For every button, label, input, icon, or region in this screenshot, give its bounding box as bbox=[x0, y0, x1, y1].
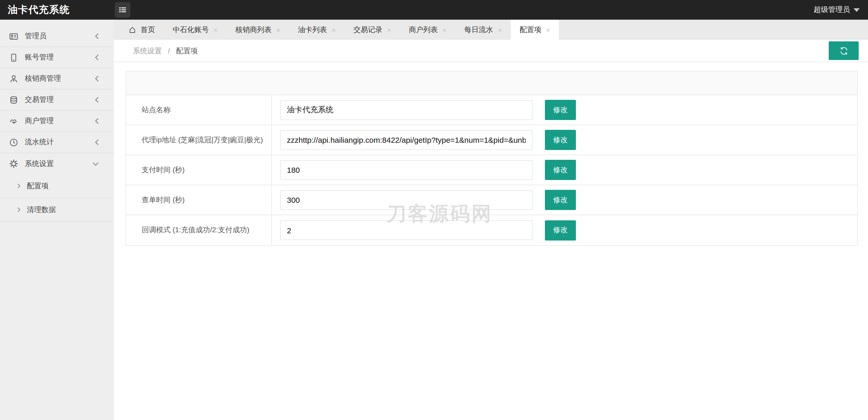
chevron-left-icon bbox=[95, 139, 99, 146]
home-icon bbox=[129, 26, 136, 33]
chevron-left-icon bbox=[95, 33, 99, 40]
close-icon[interactable]: × bbox=[498, 26, 502, 33]
sidebar-item-label: 账号管理 bbox=[25, 53, 54, 62]
sidebar-item-system-settings[interactable]: 系统设置 bbox=[0, 153, 114, 174]
config-row-site-name: 站点名称 修改 bbox=[126, 95, 857, 125]
sidebar-item-transactions[interactable]: 交易管理 bbox=[0, 89, 114, 111]
sidebar-item-statistics[interactable]: 流水统计 bbox=[0, 132, 114, 153]
tab-config-active[interactable]: 配置项 × bbox=[511, 20, 559, 40]
modify-button[interactable]: 修改 bbox=[545, 190, 576, 210]
sidebar-subitem-clean-data[interactable]: 清理数据 bbox=[0, 198, 114, 222]
chevron-left-icon bbox=[95, 117, 99, 125]
sidebar-subitem-label: 清理数据 bbox=[27, 205, 56, 214]
config-label: 支付时间 (秒) bbox=[126, 155, 272, 185]
chevron-down-icon bbox=[854, 8, 860, 12]
breadcrumb-separator: / bbox=[168, 47, 170, 55]
close-icon[interactable]: × bbox=[276, 26, 280, 33]
sidebar-item-label: 核销商管理 bbox=[25, 74, 61, 83]
sidebar-item-label: 管理员 bbox=[25, 32, 46, 41]
chevron-right-icon bbox=[17, 183, 21, 189]
modify-button[interactable]: 修改 bbox=[545, 130, 576, 150]
config-label: 查单时间 (秒) bbox=[126, 185, 272, 215]
close-icon[interactable]: × bbox=[387, 26, 391, 33]
config-row-query-time: 查单时间 (秒) 修改 bbox=[126, 185, 857, 215]
tab-label: 交易记录 bbox=[353, 25, 382, 34]
config-table-header-row bbox=[126, 71, 857, 95]
close-icon[interactable]: × bbox=[546, 26, 550, 33]
config-row-pay-time: 支付时间 (秒) 修改 bbox=[126, 155, 857, 185]
config-row-proxy-ip: 代理ip地址 (芝麻|流冠|万变|豌豆|极光) 修改 bbox=[126, 125, 857, 155]
tab-label: 核销商列表 bbox=[235, 25, 271, 34]
sidebar-item-label: 交易管理 bbox=[25, 95, 54, 104]
user-icon bbox=[9, 74, 18, 83]
chevron-left-icon bbox=[95, 75, 99, 82]
tab-verifier-list[interactable]: 核销商列表 × bbox=[226, 20, 289, 40]
mobile-icon bbox=[9, 53, 18, 62]
close-icon[interactable]: × bbox=[214, 26, 218, 33]
breadcrumb-bar: 系统设置 / 配置项 bbox=[114, 40, 868, 62]
tab-transaction-records[interactable]: 交易记录 × bbox=[345, 20, 400, 40]
top-header: 油卡代充系统 超级管理员 bbox=[0, 0, 868, 20]
tab-label: 首页 bbox=[141, 25, 155, 34]
sidebar-item-label: 流水统计 bbox=[25, 138, 54, 147]
id-card-icon bbox=[9, 32, 18, 40]
handshake-icon bbox=[9, 117, 18, 125]
chevron-left-icon bbox=[95, 54, 99, 61]
breadcrumb-current: 配置项 bbox=[176, 47, 198, 55]
refresh-icon bbox=[839, 46, 848, 56]
pay-time-input[interactable] bbox=[280, 160, 532, 180]
query-time-input[interactable] bbox=[280, 190, 532, 210]
tab-home[interactable]: 首页 bbox=[120, 20, 164, 40]
config-label: 站点名称 bbox=[126, 95, 272, 125]
modify-button[interactable]: 修改 bbox=[545, 100, 576, 120]
tab-oil-card-list[interactable]: 油卡列表 × bbox=[289, 20, 345, 40]
app-title: 油卡代充系统 bbox=[8, 0, 70, 20]
chevron-right-icon bbox=[17, 207, 21, 213]
site-name-input[interactable] bbox=[280, 100, 532, 120]
config-label: 回调模式 (1:充值成功/2:支付成功) bbox=[126, 215, 272, 245]
sidebar-item-admin[interactable]: 管理员 bbox=[0, 26, 114, 47]
user-name: 超级管理员 bbox=[814, 5, 850, 14]
tab-daily-flow[interactable]: 每日流水 × bbox=[456, 20, 511, 40]
proxy-ip-input[interactable] bbox=[280, 130, 532, 150]
sidebar: 管理员 账号管理 bbox=[0, 20, 114, 420]
tab-label: 商户列表 bbox=[409, 25, 438, 34]
gear-icon bbox=[9, 159, 18, 168]
breadcrumb: 系统设置 / 配置项 bbox=[133, 40, 198, 62]
modify-button[interactable]: 修改 bbox=[545, 220, 576, 240]
refresh-button[interactable] bbox=[829, 41, 859, 60]
sidebar-item-label: 商户管理 bbox=[25, 116, 54, 126]
close-icon[interactable]: × bbox=[442, 26, 447, 33]
tab-sinopec-accounts[interactable]: 中石化账号 × bbox=[164, 20, 226, 40]
list-menu-icon bbox=[118, 5, 127, 14]
config-label: 代理ip地址 (芝麻|流冠|万变|豌豆|极光) bbox=[126, 125, 272, 155]
user-menu[interactable]: 超级管理员 bbox=[814, 0, 860, 20]
close-icon[interactable]: × bbox=[332, 26, 336, 33]
chevron-left-icon bbox=[95, 96, 99, 103]
chevron-down-icon bbox=[92, 161, 99, 166]
tab-label: 中石化账号 bbox=[173, 25, 209, 34]
database-icon bbox=[9, 95, 18, 104]
modify-button[interactable]: 修改 bbox=[545, 160, 576, 180]
config-row-callback-mode: 回调模式 (1:充值成功/2:支付成功) 修改 bbox=[126, 215, 857, 245]
sidebar-item-verifiers[interactable]: 核销商管理 bbox=[0, 68, 114, 89]
breadcrumb-parent: 系统设置 bbox=[133, 47, 162, 55]
sidebar-subitem-config[interactable]: 配置项 bbox=[0, 174, 114, 198]
callback-mode-input[interactable] bbox=[280, 220, 532, 240]
config-table: 站点名称 修改 代理ip地址 (芝麻|流冠|万变|豌豆|极光) 修改 支付时间 … bbox=[126, 71, 858, 246]
sidebar-item-label: 系统设置 bbox=[25, 159, 54, 168]
tab-bar: 首页 中石化账号 × 核销商列表 × 油卡列表 × 交易记录 × 商户列表 × … bbox=[114, 20, 868, 40]
sidebar-item-merchants[interactable]: 商户管理 bbox=[0, 111, 114, 132]
tab-label: 配置项 bbox=[520, 25, 541, 34]
sidebar-item-accounts[interactable]: 账号管理 bbox=[0, 47, 114, 68]
tab-label: 油卡列表 bbox=[298, 25, 327, 34]
app-viewport: 油卡代充系统 超级管理员 管理 bbox=[0, 0, 868, 420]
tab-label: 每日流水 bbox=[464, 25, 493, 34]
sidebar-toggle-button[interactable] bbox=[115, 2, 130, 18]
main-content: 站点名称 修改 代理ip地址 (芝麻|流冠|万变|豌豆|极光) 修改 支付时间 … bbox=[114, 62, 868, 420]
sidebar-subitem-label: 配置项 bbox=[27, 181, 49, 190]
gauge-icon bbox=[9, 138, 18, 147]
tab-merchant-list[interactable]: 商户列表 × bbox=[400, 20, 456, 40]
